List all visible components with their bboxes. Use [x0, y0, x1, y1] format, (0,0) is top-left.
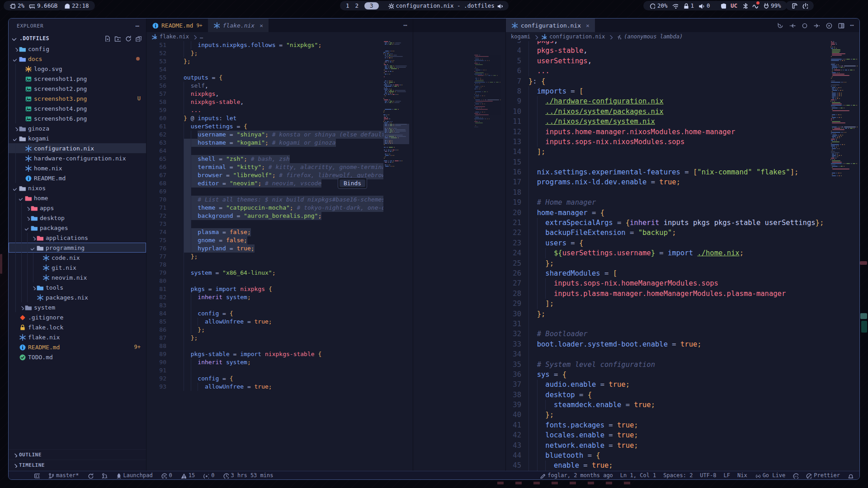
tree-item-neovim.nix[interactable]: neovim.nix	[9, 272, 146, 282]
tree-item-.gitignore[interactable]: .gitignore	[9, 312, 146, 322]
code-line-38[interactable]: 38 desktop = {	[506, 390, 859, 400]
breadcrumb-left[interactable]: flake.nix …	[146, 32, 413, 41]
statusbar-git-blame[interactable]: foglar, 2 months ago	[539, 472, 613, 479]
statusbar-errors[interactable]: 0	[161, 472, 172, 479]
chevron-right-icon[interactable]	[24, 216, 31, 221]
code-line-30[interactable]: 30 };	[506, 309, 859, 319]
more-actions-icon[interactable]: ⋯	[403, 22, 407, 29]
code-line-82[interactable]: 82 inherit system;	[146, 293, 413, 301]
breadcrumb-item[interactable]: kogami	[511, 33, 530, 40]
chevron-down-icon[interactable]	[12, 186, 19, 191]
code-line-90[interactable]: 90 inherit system;	[146, 358, 413, 366]
workspace-2[interactable]: 2	[355, 2, 359, 9]
tree-item-screenshot2.png[interactable]: screenshot2.png	[9, 84, 146, 94]
code-line-67[interactable]: 67 browser = "librewolf"; # firefox, lib…	[146, 171, 413, 179]
code-line-58[interactable]: 58 nixpkgs-stable,	[146, 98, 413, 106]
code-line-60[interactable]: 60} @ inputs: let	[146, 114, 413, 122]
code-line-68[interactable]: 68 editor = "neovim"; # neovim, vscode	[146, 179, 413, 188]
code-line-14[interactable]: 14 ];	[506, 147, 859, 157]
code-line-18[interactable]: 18	[506, 188, 859, 197]
code-line-27[interactable]: 27 inputs.sops-nix.homeManagerModules.so…	[506, 278, 859, 288]
statusbar-coding-time[interactable]: 3 hrs 53 mins	[223, 472, 274, 479]
tab-flake-nix[interactable]: flake.nix ×	[208, 19, 269, 32]
explorer-more-actions-icon[interactable]: ⋯	[136, 22, 140, 29]
code-line-52[interactable]: 52 };	[146, 49, 413, 57]
code-line-21[interactable]: 21 extraSpecialArgs = {inherit inputs pk…	[506, 218, 859, 228]
code-line-41[interactable]: 41 fonts.packages = true;	[506, 420, 859, 430]
chevron-right-icon[interactable]	[18, 305, 25, 310]
statusbar-git-sync[interactable]	[87, 473, 93, 479]
code-line-33[interactable]: 33 boot.loader.systemd-boot.enable = tru…	[506, 339, 859, 349]
minimap[interactable]	[383, 41, 409, 471]
code-line-44[interactable]: 44 bluetooth = {	[506, 450, 859, 460]
timeline-section[interactable]: TIMELINE	[9, 460, 146, 470]
workspace-1[interactable]: 1	[346, 2, 349, 9]
code-line-10[interactable]: 10 ../nixos/system/packages.nix	[506, 107, 859, 117]
statusbar-eol[interactable]: LF	[723, 472, 730, 479]
code-line-32[interactable]: 32 # Bootloader	[506, 329, 859, 339]
code-line-23[interactable]: 23 users = {	[506, 238, 859, 248]
tree-item-home[interactable]: home	[9, 193, 146, 203]
tree-item-screenshot1.png[interactable]: screenshot1.png	[9, 74, 146, 84]
tree-item-desktop[interactable]: desktop	[9, 213, 146, 223]
tree-item-docs[interactable]: docs	[9, 54, 146, 64]
nav-back-icon[interactable]	[789, 22, 796, 29]
statusbar-launchpad[interactable]: Launchpad	[115, 472, 153, 479]
code-line-54[interactable]: 54	[146, 66, 413, 74]
code-line-17[interactable]: 17 programs.nix-ld.dev.enable = true;	[506, 177, 859, 187]
code-line-45[interactable]: 45 enable = true;	[506, 460, 859, 470]
code-line-91[interactable]: 91	[146, 366, 413, 375]
code-line-89[interactable]: 89 pkgs-stable = import nixpkgs-stable {	[146, 350, 413, 358]
code-line-93[interactable]: 93 allowUnfree = true;	[146, 383, 413, 391]
code-line-76[interactable]: 76 hyprland = true;	[146, 244, 413, 253]
code-line-79[interactable]: 79 system = "x86_64-linux";	[146, 269, 413, 277]
tree-item-config[interactable]: config	[9, 44, 146, 54]
code-line-72[interactable]: 72 background = "aurora_borealis.png";	[146, 212, 413, 220]
chevron-right-icon[interactable]	[12, 47, 19, 52]
tree-item-system[interactable]: system	[9, 302, 146, 312]
code-line-42[interactable]: 42 locales.enable = true;	[506, 430, 859, 440]
nav-forward-icon[interactable]	[813, 22, 820, 29]
code-line-7[interactable]: 7}: {	[506, 76, 859, 86]
workspace-root-row[interactable]: .DOTFILES	[9, 33, 146, 44]
code-line-5[interactable]: 5 userSettings,	[506, 56, 859, 66]
tree-item-git.nix[interactable]: git.nix	[9, 263, 146, 272]
code-line-80[interactable]: 80	[146, 277, 413, 285]
code-editor-configuration[interactable]: 3 pkgs,4 pkgs-stable,5 userSettings,6 ..…	[506, 41, 859, 471]
chevron-down-icon[interactable]	[30, 245, 37, 250]
minimap[interactable]	[830, 41, 859, 471]
split-editor-icon[interactable]	[838, 22, 844, 29]
code-line-61[interactable]: 61 userSettings = {	[146, 122, 413, 131]
code-line-70[interactable]: 70 # List all themes: $ nix build nixpkg…	[146, 196, 413, 204]
tree-item-flake.lock[interactable]: flake.lock	[9, 322, 146, 332]
code-line-63[interactable]: 63 hostname = "kogami"; # kogami or gino…	[146, 139, 413, 147]
code-line-34[interactable]: 34	[506, 349, 859, 359]
code-line-73[interactable]: 73	[146, 220, 413, 228]
code-line-26[interactable]: 26 sharedModules = [	[506, 268, 859, 278]
breadcrumb-item[interactable]: configuration.nix	[549, 33, 605, 40]
new-file-icon[interactable]	[104, 35, 110, 42]
tree-item-applications[interactable]: applications	[9, 233, 146, 243]
code-line-37[interactable]: 37 audio.enable = true;	[506, 380, 859, 389]
tree-item-apps[interactable]: apps	[9, 203, 146, 213]
statusbar-git-compare[interactable]	[101, 473, 107, 479]
binds-popup[interactable]: Binds	[338, 178, 367, 189]
code-line-87[interactable]: 87 };	[146, 334, 413, 342]
code-line-57[interactable]: 57 nixpkgs,	[146, 90, 413, 98]
chevron-down-icon[interactable]	[12, 56, 19, 61]
code-line-86[interactable]: 86 };	[146, 326, 413, 334]
statusbar-remote-indicator[interactable]	[34, 473, 40, 479]
code-line-6[interactable]: 6 ...	[506, 66, 859, 76]
statusbar-language-mode[interactable]: Nix	[737, 472, 747, 479]
statusbar-git-branch[interactable]: master*	[48, 472, 79, 479]
scrollbar[interactable]	[409, 41, 413, 471]
tree-item-tools[interactable]: tools	[9, 282, 146, 292]
circle-icon[interactable]	[801, 22, 808, 29]
tab-readme[interactable]: README.md 9+	[146, 19, 208, 32]
tree-item-screenshot6.png[interactable]: screenshot6.png	[9, 113, 146, 123]
tree-item-logo.svg[interactable]: logo.svg	[9, 64, 146, 74]
tree-item-packages.nix[interactable]: packages.nix	[9, 292, 146, 302]
outline-section[interactable]: OUTLINE	[9, 449, 146, 460]
code-line-55[interactable]: 55outputs = {	[146, 74, 413, 82]
code-line-4[interactable]: 4 pkgs-stable,	[506, 46, 859, 56]
